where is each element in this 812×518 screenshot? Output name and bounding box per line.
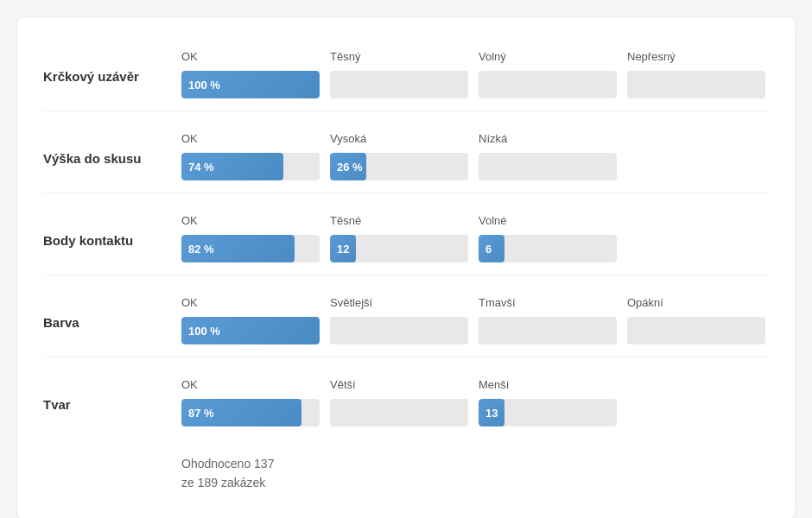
metric-label-krckovyuzaver: Krčkový uzávěr	[43, 50, 181, 84]
col-header-krckovyuzaver-nepresny: Nepřesný	[627, 50, 676, 66]
metric-label-barva: Barva	[43, 296, 181, 330]
bar-empty-krckovyuzaver-tesny	[330, 71, 468, 98]
bar-fill-tvar-mensi: 13	[479, 399, 504, 426]
bar-container-barva-tmavsi	[479, 317, 617, 344]
bar-value-bodykontaktu-tesne: 12	[337, 243, 349, 256]
metric-label-tvar: Tvar	[43, 378, 181, 412]
col-krckovyuzaver-volny: Volný	[479, 50, 617, 98]
col-bodykontaktu-tesne: Těsné12	[330, 214, 468, 262]
bar-container-vyskadoskusu-ok: 74 %	[181, 153, 320, 180]
bar-empty-krckovyuzaver-nepresny	[627, 71, 765, 98]
col-header-tvar-mensi: Menší	[479, 378, 509, 394]
bar-container-bodykontaktu-tesne: 12	[330, 235, 468, 262]
bar-fill-vyskadoskusu-ok: 74 %	[181, 153, 283, 180]
col-header-tvar-ok: OK	[181, 378, 198, 394]
metric-columns-krckovyuzaver: OK100 %TěsnýVolnýNepřesný	[181, 50, 769, 98]
bar-value-tvar-mensi: 13	[485, 407, 498, 420]
bar-container-tvar-vetsi	[330, 399, 468, 426]
col-tvar-mensi: Menší13	[479, 378, 617, 426]
bar-container-krckovyuzaver-tesny	[330, 71, 468, 98]
col-header-bodykontaktu-tesne: Těsné	[330, 214, 361, 230]
bar-fill-barva-ok: 100 %	[181, 317, 320, 344]
footer: Ohodnoceno 137 ze 189 zakázek	[43, 454, 769, 493]
col-krckovyuzaver-tesny: Těsný	[330, 50, 468, 98]
col-header-barva-tmavsi: Tmavší	[479, 296, 516, 312]
bar-empty-barva-opakni	[627, 317, 765, 344]
col-barva-ok: OK100 %	[181, 296, 320, 344]
bar-empty-tvar-vetsi	[330, 399, 468, 426]
bar-value-barva-ok: 100 %	[188, 325, 220, 338]
metrics-card: Krčkový uzávěrOK100 %TěsnýVolnýNepřesnýV…	[17, 17, 795, 518]
metric-row-tvar: TvarOK87 %VětšíMenší13	[43, 366, 769, 439]
bar-value-bodykontaktu-ok: 82 %	[188, 243, 214, 256]
col-bodykontaktu-ok: OK82 %	[181, 214, 320, 262]
bar-fill-bodykontaktu-ok: 82 %	[181, 235, 295, 262]
bar-container-bodykontaktu-volne: 6	[479, 235, 617, 262]
bar-container-tvar-ok: 87 %	[181, 399, 320, 426]
bar-fill-vyskadoskusu-vysoka: 26 %	[330, 153, 366, 180]
col-vyskadoskusu-ok: OK74 %	[181, 132, 320, 180]
bar-empty-vyskadoskusu-nizka	[479, 153, 617, 180]
metric-label-vyskadoskusu: Výška do skusu	[43, 132, 181, 166]
bar-container-krckovyuzaver-ok: 100 %	[181, 71, 320, 98]
bar-value-vyskadoskusu-vysoka: 26 %	[337, 161, 363, 174]
bar-value-vyskadoskusu-ok: 74 %	[188, 161, 214, 174]
col-barva-svetlejsi: Světlejší	[330, 296, 468, 344]
metric-columns-barva: OK100 %SvětlejšíTmavšíOpákní	[181, 296, 769, 344]
col-vyskadoskusu-nizka: Nízká	[479, 132, 617, 180]
metric-columns-bodykontaktu: OK82 %Těsné12Volné6	[181, 214, 769, 262]
metric-row-vyskadoskusu: Výška do skusuOK74 %Vysoká26 %Nízká	[43, 120, 769, 193]
col-header-barva-ok: OK	[181, 296, 198, 312]
metric-columns-vyskadoskusu: OK74 %Vysoká26 %Nízká	[181, 132, 769, 180]
metric-columns-tvar: OK87 %VětšíMenší13	[181, 378, 769, 426]
bar-container-barva-svetlejsi	[330, 317, 468, 344]
bar-value-tvar-ok: 87 %	[188, 407, 214, 420]
col-tvar-vetsi: Větší	[330, 378, 468, 426]
bar-container-tvar-mensi: 13	[479, 399, 617, 426]
col-header-krckovyuzaver-ok: OK	[181, 50, 198, 66]
col-tvar-ok: OK87 %	[181, 378, 320, 426]
col-header-vyskadoskusu-nizka: Nízká	[479, 132, 507, 148]
bar-fill-krckovyuzaver-ok: 100 %	[181, 71, 320, 98]
bar-value-krckovyuzaver-ok: 100 %	[188, 79, 220, 92]
bar-value-bodykontaktu-volne: 6	[485, 243, 492, 256]
col-krckovyuzaver-ok: OK100 %	[181, 50, 320, 98]
col-header-vyskadoskusu-vysoka: Vysoká	[330, 132, 366, 148]
col-bodykontaktu-volne: Volné6	[479, 214, 617, 262]
bar-fill-bodykontaktu-tesne: 12	[330, 235, 356, 262]
metric-row-barva: BarvaOK100 %SvětlejšíTmavšíOpákní	[43, 284, 769, 357]
bar-container-bodykontaktu-ok: 82 %	[181, 235, 320, 262]
col-krckovyuzaver-nepresny: Nepřesný	[627, 50, 765, 98]
bar-empty-barva-tmavsi	[479, 317, 617, 344]
metric-row-krckovyuzaver: Krčkový uzávěrOK100 %TěsnýVolnýNepřesný	[43, 38, 769, 111]
metric-label-bodykontaktu: Body kontaktu	[43, 214, 181, 248]
bar-container-krckovyuzaver-volny	[479, 71, 617, 98]
bar-container-krckovyuzaver-nepresny	[627, 71, 765, 98]
bar-fill-bodykontaktu-volne: 6	[479, 235, 504, 262]
col-header-bodykontaktu-ok: OK	[181, 214, 198, 230]
col-header-bodykontaktu-volne: Volné	[479, 214, 507, 230]
col-header-krckovyuzaver-tesny: Těsný	[330, 50, 360, 66]
bar-empty-krckovyuzaver-volny	[479, 71, 617, 98]
bar-container-barva-ok: 100 %	[181, 317, 320, 344]
col-barva-tmavsi: Tmavší	[479, 296, 617, 344]
bar-fill-tvar-ok: 87 %	[181, 399, 301, 426]
footer-line2: ze 189 zakázek	[181, 473, 769, 492]
bar-container-vyskadoskusu-nizka	[479, 153, 617, 180]
bar-empty-barva-svetlejsi	[330, 317, 468, 344]
bar-container-barva-opakni	[627, 317, 765, 344]
col-header-tvar-vetsi: Větší	[330, 378, 356, 394]
footer-line1: Ohodnoceno 137	[181, 454, 769, 473]
col-barva-opakni: Opákní	[627, 296, 765, 344]
metric-row-bodykontaktu: Body kontaktuOK82 %Těsné12Volné6	[43, 202, 769, 275]
bar-container-vyskadoskusu-vysoka: 26 %	[330, 153, 468, 180]
col-vyskadoskusu-vysoka: Vysoká26 %	[330, 132, 468, 180]
col-header-krckovyuzaver-volny: Volný	[479, 50, 506, 66]
col-header-vyskadoskusu-ok: OK	[181, 132, 198, 148]
col-header-barva-svetlejsi: Světlejší	[330, 296, 372, 312]
col-header-barva-opakni: Opákní	[627, 296, 663, 312]
